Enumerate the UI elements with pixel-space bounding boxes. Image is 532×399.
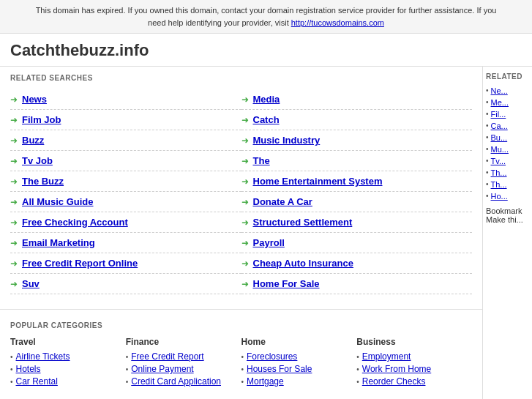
bullet-icon: • bbox=[10, 353, 13, 361]
category-item: • Reorder Checks bbox=[356, 376, 466, 387]
sidebar-bullet-icon: • bbox=[486, 98, 489, 106]
search-link[interactable]: Donate A Car bbox=[253, 196, 312, 207]
search-link[interactable]: Catch bbox=[253, 114, 280, 125]
sidebar-bullet-icon: • bbox=[486, 122, 489, 130]
sidebar-link[interactable]: Me... bbox=[491, 98, 509, 107]
sidebar-link[interactable]: Ho... bbox=[491, 192, 508, 201]
sidebar-link[interactable]: Ne... bbox=[491, 86, 508, 95]
category-link[interactable]: Reorder Checks bbox=[362, 376, 426, 387]
category-link[interactable]: Houses For Sale bbox=[247, 364, 312, 374]
category-link[interactable]: Foreclosures bbox=[247, 351, 297, 362]
sidebar-bullet-icon: • bbox=[486, 180, 489, 188]
related-searches-section: RELATED SEARCHES ➜News➜Film Job➜Buzz➜Tv … bbox=[0, 67, 482, 302]
search-columns: ➜News➜Film Job➜Buzz➜Tv Job➜The Buzz➜All … bbox=[10, 89, 472, 294]
sidebar-link[interactable]: Th... bbox=[491, 180, 507, 189]
search-link[interactable]: Structured Settlement bbox=[253, 217, 353, 228]
site-title: Catchthebuzz.info bbox=[10, 41, 149, 59]
sidebar-link-item: •Mu... bbox=[486, 145, 529, 154]
arrow-icon: ➜ bbox=[10, 238, 18, 248]
arrow-icon: ➜ bbox=[10, 176, 18, 187]
search-link[interactable]: Suv bbox=[22, 278, 40, 289]
sidebar-link[interactable]: Tv... bbox=[491, 157, 506, 165]
category-item: • Online Payment bbox=[126, 364, 236, 374]
category-link[interactable]: Work From Home bbox=[362, 364, 431, 374]
bullet-icon: • bbox=[126, 353, 129, 361]
search-item: ➜The Buzz bbox=[10, 171, 241, 192]
search-link[interactable]: Film Job bbox=[22, 114, 61, 125]
category-link[interactable]: Free Credit Report bbox=[131, 351, 203, 362]
search-link[interactable]: Home Entertainment System bbox=[253, 176, 383, 187]
search-item: ➜Home Entertainment System bbox=[241, 171, 473, 192]
search-link[interactable]: Buzz bbox=[22, 135, 44, 146]
search-link[interactable]: All Music Guide bbox=[22, 196, 94, 207]
category-title: Business bbox=[356, 337, 466, 347]
category-link[interactable]: Airline Tickets bbox=[16, 351, 70, 362]
search-item: ➜Catch bbox=[241, 110, 473, 130]
sidebar-link[interactable]: Bu... bbox=[491, 133, 508, 142]
arrow-icon: ➜ bbox=[241, 135, 249, 146]
sidebar-link-item: •Ca... bbox=[486, 122, 529, 130]
search-link[interactable]: Home For Sale bbox=[253, 278, 320, 289]
sidebar-link-item: •Th... bbox=[486, 180, 529, 189]
arrow-icon: ➜ bbox=[241, 156, 249, 166]
search-item: ➜The bbox=[241, 151, 473, 171]
arrow-icon: ➜ bbox=[10, 135, 18, 146]
search-link[interactable]: Email Marketing bbox=[22, 237, 95, 248]
bullet-icon: • bbox=[126, 365, 129, 373]
search-right-column: ➜Media➜Catch➜Music Industry➜The➜Home Ent… bbox=[241, 89, 473, 294]
category-link[interactable]: Hotels bbox=[16, 364, 41, 374]
category-link[interactable]: Credit Card Application bbox=[131, 376, 221, 387]
category-item: • Airline Tickets bbox=[10, 351, 120, 362]
arrow-icon: ➜ bbox=[10, 217, 18, 228]
top-notice-bar: This domain has expired. If you owned th… bbox=[0, 0, 532, 34]
category-link[interactable]: Online Payment bbox=[131, 364, 193, 374]
bullet-icon: • bbox=[10, 378, 13, 386]
category-link[interactable]: Mortgage bbox=[247, 376, 284, 387]
search-item: ➜Donate A Car bbox=[241, 192, 473, 212]
category-item: • Credit Card Application bbox=[126, 376, 236, 387]
search-link[interactable]: Media bbox=[253, 94, 280, 105]
arrow-icon: ➜ bbox=[241, 115, 249, 125]
category-item: • Houses For Sale bbox=[241, 364, 351, 374]
make-label: Make thi... bbox=[486, 215, 529, 224]
category-item: • Mortgage bbox=[241, 376, 351, 387]
category-item: • Work From Home bbox=[356, 364, 466, 374]
category-columns: Travel • Airline Tickets • Hotels • Car … bbox=[10, 337, 472, 389]
bullet-icon: • bbox=[356, 378, 359, 386]
search-link[interactable]: The Buzz bbox=[22, 176, 64, 187]
arrow-icon: ➜ bbox=[241, 279, 249, 289]
right-sidebar: RELATED •Ne...•Me...•Fil...•Ca...•Bu...•… bbox=[482, 67, 532, 399]
search-link[interactable]: The bbox=[253, 155, 270, 166]
sidebar-bullet-icon: • bbox=[486, 133, 489, 141]
bullet-icon: • bbox=[356, 353, 359, 361]
search-link[interactable]: Free Credit Report Online bbox=[22, 258, 138, 269]
main-wrapper: RELATED SEARCHES ➜News➜Film Job➜Buzz➜Tv … bbox=[0, 67, 532, 399]
arrow-icon: ➜ bbox=[241, 197, 249, 207]
search-item: ➜Tv Job bbox=[10, 151, 241, 171]
search-item: ➜Email Marketing bbox=[10, 233, 241, 253]
sidebar-link[interactable]: Ca... bbox=[491, 122, 508, 130]
category-link[interactable]: Employment bbox=[362, 351, 411, 362]
sidebar-link-item: •Ho... bbox=[486, 192, 529, 201]
search-link[interactable]: Cheap Auto Insurance bbox=[253, 258, 353, 269]
category-link[interactable]: Car Rental bbox=[16, 376, 58, 387]
search-link[interactable]: Tv Job bbox=[22, 155, 53, 166]
sidebar-link[interactable]: Th... bbox=[491, 168, 507, 177]
category-column: Home • Foreclosures • Houses For Sale • … bbox=[241, 337, 357, 389]
arrow-icon: ➜ bbox=[10, 115, 18, 125]
sidebar-link-item: •Bu... bbox=[486, 133, 529, 142]
search-link[interactable]: Free Checking Account bbox=[22, 217, 128, 228]
search-item: ➜Film Job bbox=[10, 110, 241, 130]
sidebar-link[interactable]: Mu... bbox=[491, 145, 509, 154]
category-column: Finance • Free Credit Report • Online Pa… bbox=[126, 337, 241, 389]
search-link[interactable]: Payroll bbox=[253, 237, 285, 248]
search-item: ➜Suv bbox=[10, 274, 241, 294]
search-link[interactable]: Music Industry bbox=[253, 135, 321, 146]
sidebar-bookmark: Bookmark Make thi... bbox=[486, 206, 529, 224]
search-link[interactable]: News bbox=[22, 94, 47, 105]
bullet-icon: • bbox=[241, 365, 244, 373]
arrow-icon: ➜ bbox=[10, 197, 18, 207]
sidebar-link[interactable]: Fil... bbox=[491, 110, 506, 119]
arrow-icon: ➜ bbox=[241, 176, 249, 187]
notice-link[interactable]: http://tucowsdomains.com bbox=[291, 18, 384, 27]
